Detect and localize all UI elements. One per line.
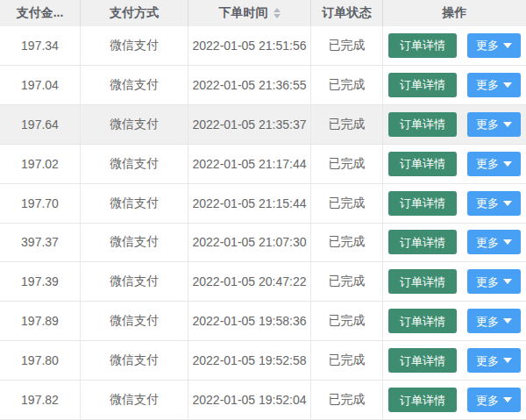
more-button[interactable]: 更多 [467,33,521,58]
more-button[interactable]: 更多 [467,348,521,373]
caret-down-icon [503,161,512,167]
column-header-label: 订单状态 [323,5,372,21]
status-cell: 已完成 [311,302,383,340]
table-row: 197.39微信支付2022-01-05 20:47:22已完成订单详情更多 [0,262,526,302]
order-detail-button[interactable]: 订单详情 [388,112,457,137]
caret-down-icon [503,239,512,245]
table-row: 197.02微信支付2022-01-05 21:17:44已完成订单详情更多 [0,145,526,184]
amount-cell: 197.34 [0,26,81,65]
actions-cell: 订单详情更多 [383,302,526,340]
more-button[interactable]: 更多 [467,309,521,333]
more-button-label: 更多 [476,158,499,169]
actions-cell: 订单详情更多 [383,262,526,301]
more-button[interactable]: 更多 [467,269,521,294]
caret-down-icon [503,397,512,402]
sort-icon[interactable] [274,8,281,18]
status-cell: 已完成 [311,184,383,223]
actions-cell: 订单详情更多 [383,224,526,262]
status-cell: 已完成 [311,341,383,380]
order-detail-button[interactable]: 订单详情 [388,309,457,333]
actions-cell: 订单详情更多 [383,66,526,104]
order-time-cell: 2022-01-05 19:58:36 [188,302,311,340]
status-cell: 已完成 [311,26,383,65]
more-button[interactable]: 更多 [467,73,521,97]
sort-desc-icon [274,14,281,18]
order-detail-button[interactable]: 订单详情 [388,33,457,58]
caret-down-icon [503,279,512,284]
caret-down-icon [503,82,512,88]
status-cell: 已完成 [311,262,383,301]
table-header-row: 支付金...支付方式下单时间订单状态操作 [0,0,526,26]
order-time-cell: 2022-01-05 20:47:22 [188,262,311,301]
payment-method-cell: 微信支付 [81,105,188,144]
caret-down-icon [503,43,512,48]
column-header-amount: 支付金... [0,0,81,26]
actions-cell: 订单详情更多 [383,105,526,144]
column-header-label: 支付金... [17,5,64,21]
amount-cell: 197.70 [0,184,81,223]
order-time-cell: 2022-01-05 21:07:30 [188,224,311,262]
status-cell: 已完成 [311,105,383,144]
order-detail-button[interactable]: 订单详情 [388,230,457,254]
more-button[interactable]: 更多 [467,230,521,254]
actions-cell: 订单详情更多 [383,341,526,380]
column-header-time[interactable]: 下单时间 [188,0,311,26]
table-row: 197.34微信支付2022-01-05 21:51:56已完成订单详情更多 [0,26,526,66]
amount-cell: 197.39 [0,262,81,301]
amount-cell: 197.02 [0,145,81,183]
more-button-label: 更多 [476,395,499,406]
order-detail-button[interactable]: 订单详情 [388,152,457,176]
table-row: 397.37微信支付2022-01-05 21:07:30已完成订单详情更多 [0,224,526,263]
payment-method-cell: 微信支付 [81,381,188,419]
table-row: 197.80微信支付2022-01-05 19:52:58已完成订单详情更多 [0,341,526,381]
column-header-method: 支付方式 [81,0,188,26]
payment-method-cell: 微信支付 [81,302,188,340]
orders-table: 支付金...支付方式下单时间订单状态操作 197.34微信支付2022-01-0… [0,0,526,420]
order-detail-button[interactable]: 订单详情 [388,191,457,216]
status-cell: 已完成 [311,145,383,183]
more-button-label: 更多 [476,118,499,130]
order-time-cell: 2022-01-05 21:17:44 [188,145,311,183]
more-button[interactable]: 更多 [467,112,521,137]
payment-method-cell: 微信支付 [81,224,188,262]
column-header-actions: 操作 [383,0,526,26]
sort-asc-icon [274,8,281,12]
more-button[interactable]: 更多 [467,152,521,176]
column-header-status: 订单状态 [311,0,383,26]
actions-cell: 订单详情更多 [383,184,526,223]
caret-down-icon [503,358,512,363]
more-button-label: 更多 [476,316,499,327]
caret-down-icon [503,201,512,206]
more-button-label: 更多 [476,39,499,51]
amount-cell: 197.04 [0,66,81,104]
more-button[interactable]: 更多 [467,191,521,216]
order-detail-button[interactable]: 订单详情 [388,269,457,294]
payment-method-cell: 微信支付 [81,184,188,223]
amount-cell: 197.89 [0,302,81,340]
payment-method-cell: 微信支付 [81,341,188,380]
more-button-label: 更多 [476,276,499,288]
amount-cell: 197.80 [0,341,81,380]
amount-cell: 197.64 [0,105,81,144]
status-cell: 已完成 [311,66,383,104]
order-time-cell: 2022-01-05 21:36:55 [188,66,311,104]
caret-down-icon [503,122,512,127]
caret-down-icon [503,318,512,324]
actions-cell: 订单详情更多 [383,145,526,183]
order-detail-button[interactable]: 订单详情 [388,348,457,373]
order-time-cell: 2022-01-05 21:15:44 [188,184,311,223]
table-row: 197.70微信支付2022-01-05 21:15:44已完成订单详情更多 [0,184,526,224]
column-header-label: 操作 [443,5,467,21]
column-header-label: 支付方式 [110,5,159,21]
payment-method-cell: 微信支付 [81,26,188,65]
order-detail-button[interactable]: 订单详情 [388,388,457,412]
order-detail-button[interactable]: 订单详情 [388,73,457,97]
actions-cell: 订单详情更多 [383,26,526,65]
payment-method-cell: 微信支付 [81,145,188,183]
order-time-cell: 2022-01-05 19:52:04 [188,381,311,419]
more-button-label: 更多 [476,355,499,367]
actions-cell: 订单详情更多 [383,381,526,419]
table-row: 197.89微信支付2022-01-05 19:58:36已完成订单详情更多 [0,302,526,341]
more-button-label: 更多 [476,237,499,248]
more-button[interactable]: 更多 [467,388,521,412]
